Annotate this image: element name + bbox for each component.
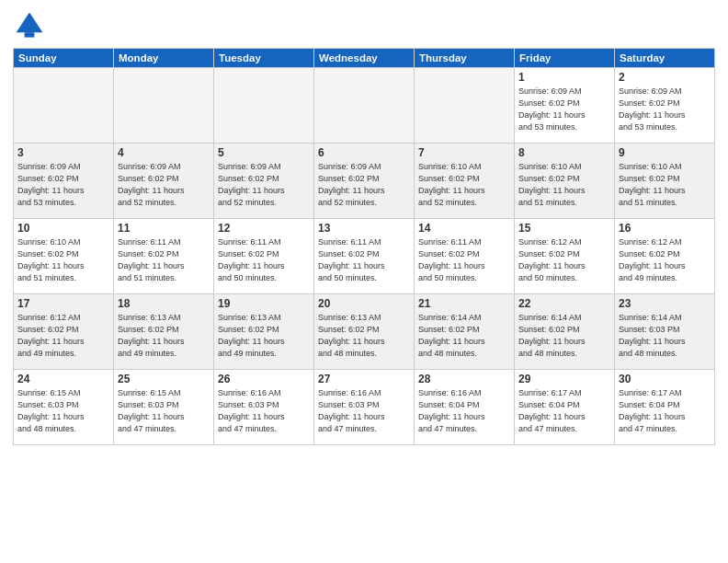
calendar-cell: 22Sunrise: 6:14 AM Sunset: 6:02 PM Dayli…: [515, 294, 615, 370]
day-number: 21: [418, 297, 510, 310]
day-number: 24: [17, 373, 109, 385]
logo: [13, 9, 50, 42]
calendar-cell: 29Sunrise: 6:17 AM Sunset: 6:04 PM Dayli…: [515, 370, 615, 445]
day-info: Sunrise: 6:09 AM Sunset: 6:02 PM Dayligh…: [17, 161, 109, 209]
day-info: Sunrise: 6:13 AM Sunset: 6:02 PM Dayligh…: [318, 312, 410, 360]
day-info: Sunrise: 6:10 AM Sunset: 6:02 PM Dayligh…: [418, 161, 510, 209]
day-info: Sunrise: 6:11 AM Sunset: 6:02 PM Dayligh…: [118, 236, 210, 284]
day-number: 14: [418, 222, 510, 235]
day-info: Sunrise: 6:16 AM Sunset: 6:03 PM Dayligh…: [318, 387, 410, 435]
day-number: 28: [418, 373, 510, 385]
day-info: Sunrise: 6:10 AM Sunset: 6:02 PM Dayligh…: [17, 236, 109, 284]
day-info: Sunrise: 6:16 AM Sunset: 6:03 PM Dayligh…: [218, 387, 310, 435]
weekday-header-monday: Monday: [114, 49, 214, 68]
calendar-cell: 19Sunrise: 6:13 AM Sunset: 6:02 PM Dayli…: [214, 294, 314, 370]
day-number: 17: [17, 297, 109, 310]
calendar-cell: 2Sunrise: 6:09 AM Sunset: 6:02 PM Daylig…: [615, 68, 715, 144]
calendar-week-row: 1Sunrise: 6:09 AM Sunset: 6:02 PM Daylig…: [14, 68, 715, 144]
day-info: Sunrise: 6:09 AM Sunset: 6:02 PM Dayligh…: [619, 86, 711, 133]
day-info: Sunrise: 6:11 AM Sunset: 6:02 PM Dayligh…: [218, 236, 310, 284]
day-number: 25: [118, 373, 210, 385]
calendar-cell: 14Sunrise: 6:11 AM Sunset: 6:02 PM Dayli…: [415, 219, 515, 294]
day-number: 30: [619, 373, 711, 385]
weekday-header-thursday: Thursday: [415, 49, 515, 68]
calendar-cell: 3Sunrise: 6:09 AM Sunset: 6:02 PM Daylig…: [14, 144, 114, 219]
weekday-header-tuesday: Tuesday: [214, 49, 314, 68]
day-number: 1: [518, 71, 610, 84]
calendar-cell: 16Sunrise: 6:12 AM Sunset: 6:02 PM Dayli…: [615, 219, 715, 294]
weekday-header-friday: Friday: [515, 49, 615, 68]
day-info: Sunrise: 6:09 AM Sunset: 6:02 PM Dayligh…: [518, 86, 610, 133]
day-info: Sunrise: 6:10 AM Sunset: 6:02 PM Dayligh…: [619, 161, 711, 209]
calendar-cell: 1Sunrise: 6:09 AM Sunset: 6:02 PM Daylig…: [515, 68, 615, 144]
day-info: Sunrise: 6:09 AM Sunset: 6:02 PM Dayligh…: [118, 161, 210, 209]
calendar-cell: [314, 68, 415, 144]
day-info: Sunrise: 6:13 AM Sunset: 6:02 PM Dayligh…: [118, 312, 210, 360]
page: SundayMondayTuesdayWednesdayThursdayFrid…: [0, 0, 728, 454]
day-info: Sunrise: 6:17 AM Sunset: 6:04 PM Dayligh…: [518, 387, 610, 435]
day-number: 9: [619, 146, 711, 159]
day-number: 26: [218, 373, 310, 385]
day-info: Sunrise: 6:15 AM Sunset: 6:03 PM Dayligh…: [17, 387, 109, 435]
day-number: 23: [619, 297, 711, 310]
day-number: 8: [518, 146, 610, 159]
day-number: 6: [318, 146, 410, 159]
calendar-cell: 30Sunrise: 6:17 AM Sunset: 6:04 PM Dayli…: [615, 370, 715, 445]
calendar-cell: 5Sunrise: 6:09 AM Sunset: 6:02 PM Daylig…: [214, 144, 314, 219]
svg-rect-1: [25, 32, 35, 37]
calendar-cell: 25Sunrise: 6:15 AM Sunset: 6:03 PM Dayli…: [114, 370, 214, 445]
day-info: Sunrise: 6:09 AM Sunset: 6:02 PM Dayligh…: [318, 161, 410, 209]
day-info: Sunrise: 6:12 AM Sunset: 6:02 PM Dayligh…: [518, 236, 610, 284]
day-number: 12: [218, 222, 310, 235]
day-info: Sunrise: 6:15 AM Sunset: 6:03 PM Dayligh…: [118, 387, 210, 435]
day-number: 3: [17, 146, 109, 159]
calendar-cell: 6Sunrise: 6:09 AM Sunset: 6:02 PM Daylig…: [314, 144, 415, 219]
calendar-cell: 10Sunrise: 6:10 AM Sunset: 6:02 PM Dayli…: [14, 219, 114, 294]
day-info: Sunrise: 6:16 AM Sunset: 6:04 PM Dayligh…: [418, 387, 510, 435]
weekday-header-wednesday: Wednesday: [314, 49, 415, 68]
calendar-cell: 15Sunrise: 6:12 AM Sunset: 6:02 PM Dayli…: [515, 219, 615, 294]
calendar-cell: 28Sunrise: 6:16 AM Sunset: 6:04 PM Dayli…: [415, 370, 515, 445]
day-number: 4: [118, 146, 210, 159]
calendar-cell: 8Sunrise: 6:10 AM Sunset: 6:02 PM Daylig…: [515, 144, 615, 219]
day-info: Sunrise: 6:11 AM Sunset: 6:02 PM Dayligh…: [418, 236, 510, 284]
calendar-cell: 20Sunrise: 6:13 AM Sunset: 6:02 PM Dayli…: [314, 294, 415, 370]
calendar-cell: [415, 68, 515, 144]
day-number: 18: [118, 297, 210, 310]
calendar: SundayMondayTuesdayWednesdayThursdayFrid…: [13, 48, 715, 445]
calendar-cell: 26Sunrise: 6:16 AM Sunset: 6:03 PM Dayli…: [214, 370, 314, 445]
day-number: 29: [518, 373, 610, 385]
day-info: Sunrise: 6:13 AM Sunset: 6:02 PM Dayligh…: [218, 312, 310, 360]
calendar-cell: 7Sunrise: 6:10 AM Sunset: 6:02 PM Daylig…: [415, 144, 515, 219]
header: [13, 9, 715, 42]
day-info: Sunrise: 6:14 AM Sunset: 6:03 PM Dayligh…: [619, 312, 711, 360]
day-number: 20: [318, 297, 410, 310]
calendar-cell: [14, 68, 114, 144]
day-info: Sunrise: 6:14 AM Sunset: 6:02 PM Dayligh…: [418, 312, 510, 360]
logo-icon: [13, 9, 46, 42]
calendar-cell: [214, 68, 314, 144]
day-number: 13: [318, 222, 410, 235]
day-number: 10: [17, 222, 109, 235]
calendar-cell: 11Sunrise: 6:11 AM Sunset: 6:02 PM Dayli…: [114, 219, 214, 294]
day-number: 5: [218, 146, 310, 159]
day-number: 19: [218, 297, 310, 310]
day-number: 16: [619, 222, 711, 235]
day-number: 11: [118, 222, 210, 235]
day-number: 27: [318, 373, 410, 385]
calendar-cell: 24Sunrise: 6:15 AM Sunset: 6:03 PM Dayli…: [14, 370, 114, 445]
weekday-header-sunday: Sunday: [14, 49, 114, 68]
day-info: Sunrise: 6:12 AM Sunset: 6:02 PM Dayligh…: [619, 236, 711, 284]
calendar-week-row: 3Sunrise: 6:09 AM Sunset: 6:02 PM Daylig…: [14, 144, 715, 219]
calendar-week-row: 24Sunrise: 6:15 AM Sunset: 6:03 PM Dayli…: [14, 370, 715, 445]
calendar-week-row: 10Sunrise: 6:10 AM Sunset: 6:02 PM Dayli…: [14, 219, 715, 294]
calendar-cell: 9Sunrise: 6:10 AM Sunset: 6:02 PM Daylig…: [615, 144, 715, 219]
weekday-header-saturday: Saturday: [615, 49, 715, 68]
calendar-cell: 21Sunrise: 6:14 AM Sunset: 6:02 PM Dayli…: [415, 294, 515, 370]
weekday-header-row: SundayMondayTuesdayWednesdayThursdayFrid…: [14, 49, 715, 68]
calendar-cell: 18Sunrise: 6:13 AM Sunset: 6:02 PM Dayli…: [114, 294, 214, 370]
day-number: 2: [619, 71, 711, 84]
calendar-cell: 13Sunrise: 6:11 AM Sunset: 6:02 PM Dayli…: [314, 219, 415, 294]
day-number: 15: [518, 222, 610, 235]
day-info: Sunrise: 6:17 AM Sunset: 6:04 PM Dayligh…: [619, 387, 711, 435]
